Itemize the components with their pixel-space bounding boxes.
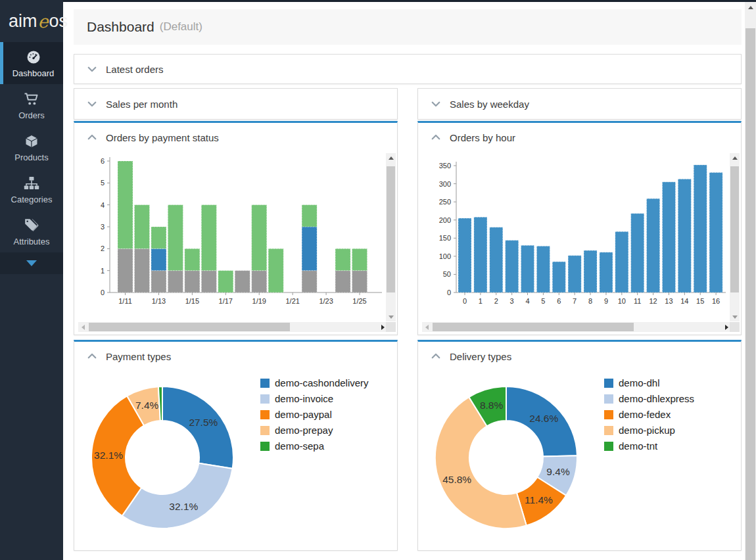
- chevron-down-icon[interactable]: [86, 62, 99, 76]
- latest-orders-header[interactable]: Latest orders: [74, 55, 741, 83]
- chart-text-label: 6: [557, 297, 561, 305]
- orders-by-payment-status-chart: 01234561/111/131/151/171/191/211/231/25: [78, 152, 387, 316]
- pie-slice: [122, 463, 233, 528]
- legend-item: demo-sepa: [260, 440, 369, 452]
- chevron-up-icon[interactable]: [86, 131, 99, 144]
- legend-swatch: [260, 394, 270, 404]
- chart-horizontal-scrollbar[interactable]: [422, 322, 731, 332]
- scroll-up-arrow-icon[interactable]: [745, 2, 756, 13]
- chart-vertical-scrollbar[interactable]: [730, 153, 740, 321]
- sidebar-item-label: Products: [14, 152, 48, 162]
- scroll-left-arrow-icon[interactable]: [78, 322, 87, 332]
- sidebar-item-categories[interactable]: Categories: [0, 168, 63, 210]
- sales-per-month-header[interactable]: Sales per month: [74, 89, 397, 119]
- bar-segment: [474, 217, 487, 292]
- viewport-scrollbar-thumb[interactable]: [745, 28, 755, 560]
- right-column: Sales by weekday Orders by hour 05010015…: [417, 88, 742, 551]
- legend-swatch: [604, 426, 613, 435]
- legend-swatch: [260, 379, 270, 388]
- legend-label: demo-dhl: [619, 377, 660, 388]
- payment-types-header[interactable]: Payment types: [74, 342, 397, 371]
- chart-vertical-scrollbar[interactable]: [386, 153, 396, 321]
- cube-icon: [24, 133, 39, 150]
- panel-title: Orders by hour: [450, 132, 515, 143]
- sitemap-icon: [24, 175, 39, 192]
- sidebar: aimeos Dashboard Orders: [0, 0, 63, 560]
- scroll-down-arrow-icon[interactable]: [386, 312, 396, 321]
- chevron-down-icon[interactable]: [430, 97, 443, 110]
- legend-swatch: [604, 394, 613, 404]
- sidebar-item-products[interactable]: Products: [0, 126, 63, 168]
- scroll-down-arrow-icon[interactable]: [730, 312, 740, 321]
- aimeos-logo[interactable]: aimeos: [0, 0, 63, 42]
- bar-segment: [268, 248, 283, 292]
- chart-text-label: 24.6%: [529, 413, 558, 424]
- panel-orders-by-hour: Orders by hour 0501001502002503003500123…: [417, 121, 742, 335]
- sales-by-weekday-header[interactable]: Sales by weekday: [418, 89, 741, 119]
- vertical-scrollbar-thumb[interactable]: [730, 166, 739, 292]
- chart-text-label: 32.1%: [94, 450, 123, 461]
- bar-segment: [151, 227, 166, 248]
- chart-text-label: 1: [479, 297, 483, 305]
- orders-by-hour-header[interactable]: Orders by hour: [418, 123, 741, 152]
- legend-label: demo-tnt: [619, 440, 657, 452]
- scroll-up-arrow-icon[interactable]: [386, 153, 396, 162]
- chevron-down-icon[interactable]: [86, 97, 99, 110]
- chart-text-label: 10: [618, 297, 626, 305]
- bar-segment: [568, 256, 581, 292]
- scrollbar-corner: [386, 322, 396, 332]
- chart-text-label: 1/21: [285, 297, 299, 305]
- scroll-up-arrow-icon[interactable]: [730, 153, 740, 162]
- chart-text-label: 45.8%: [442, 474, 471, 485]
- payment-types-donut-chart: 27.5%32.1%32.1%7.4%: [80, 375, 277, 547]
- sidebar-item-orders[interactable]: Orders: [0, 84, 63, 126]
- page-header: Dashboard (Default): [74, 9, 742, 45]
- panel-orders-by-payment-status: Orders by payment status 01234561/111/13…: [74, 121, 398, 335]
- sidebar-item-attributes[interactable]: Attributes: [0, 210, 63, 252]
- legend-item: demo-invoice: [260, 393, 369, 404]
- chart-text-label: 13: [665, 297, 673, 305]
- legend-label: demo-invoice: [275, 393, 333, 404]
- chart-text-label: 11.4%: [525, 494, 553, 505]
- chart-text-label: 15: [696, 297, 704, 305]
- chart-text-label: 9: [604, 297, 608, 305]
- horizontal-scrollbar-thumb[interactable]: [89, 323, 290, 331]
- panel-title: Orders by payment status: [106, 132, 219, 143]
- vertical-scrollbar-thumb[interactable]: [387, 166, 395, 292]
- chart-text-label: 14: [680, 297, 688, 305]
- chart-text-label: 100: [439, 252, 451, 260]
- panel-title: Payment types: [106, 351, 171, 362]
- chart-horizontal-scrollbar[interactable]: [78, 322, 387, 332]
- chart-text-label: 6: [101, 157, 105, 165]
- page-title: Dashboard: [87, 19, 154, 35]
- legend-swatch: [260, 426, 270, 435]
- bar-segment: [521, 245, 534, 292]
- chart-text-label: 250: [439, 198, 451, 206]
- chart-text-label: 1/23: [319, 297, 333, 305]
- legend-swatch: [260, 442, 270, 451]
- legend-item: demo-dhlexpress: [604, 393, 694, 404]
- legend-label: demo-prepay: [275, 425, 333, 436]
- horizontal-scrollbar-thumb[interactable]: [433, 323, 634, 331]
- chevron-up-icon[interactable]: [86, 350, 99, 363]
- chart-text-label: 2: [494, 297, 498, 305]
- bar-segment: [458, 218, 471, 292]
- orders-by-payment-status-header[interactable]: Orders by payment status: [74, 123, 397, 152]
- chevron-up-icon[interactable]: [430, 131, 443, 144]
- bar-segment: [201, 205, 216, 271]
- panel-title: Sales by weekday: [450, 99, 529, 110]
- sidebar-expander[interactable]: [0, 252, 63, 274]
- bar-segment: [201, 271, 216, 292]
- sidebar-item-dashboard[interactable]: Dashboard: [0, 42, 63, 84]
- delivery-types-header[interactable]: Delivery types: [418, 342, 741, 371]
- bar-segment: [118, 161, 133, 248]
- bar-segment: [552, 262, 565, 292]
- bar-segment: [678, 179, 691, 292]
- bar-segment: [134, 248, 149, 292]
- viewport-scrollbar[interactable]: [745, 2, 756, 560]
- bar-segment: [118, 248, 133, 292]
- chart-text-label: 3: [101, 223, 105, 231]
- bar-segment: [662, 182, 675, 292]
- scroll-left-arrow-icon[interactable]: [422, 322, 431, 332]
- chevron-up-icon[interactable]: [430, 350, 443, 363]
